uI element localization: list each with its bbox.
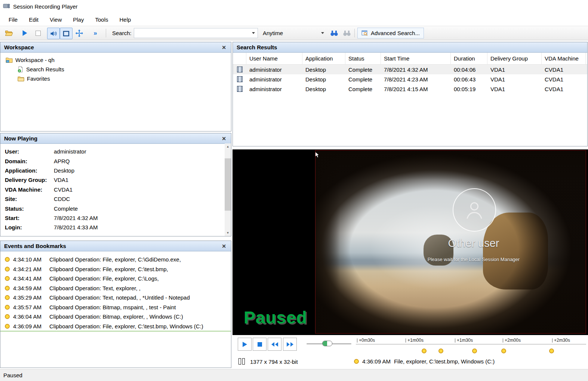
event-text: Clipboard Operation: File, explorer, C:\… [49, 275, 159, 282]
close-icon[interactable]: ✕ [221, 44, 227, 50]
toolbar-play-button[interactable] [19, 28, 31, 38]
event-row[interactable]: 4:34:59 AMClipboard Operation: Text, exp… [0, 284, 231, 293]
cell-start: 7/8/2021 4:32 AM [381, 65, 451, 74]
tree-item-favorites[interactable]: Favorites [0, 74, 231, 83]
field-value: Complete [54, 205, 78, 212]
current-event-time: 4:36:09 AM [362, 358, 391, 365]
close-icon[interactable]: ✕ [221, 243, 227, 249]
now-playing-field: Site:CDDC [0, 194, 225, 204]
event-row[interactable]: 4:34:21 AMClipboard Operation: File, exp… [0, 264, 231, 274]
other-user-label[interactable]: Other user [414, 237, 533, 250]
field-label: Application: [5, 167, 54, 174]
column-header-delivery_group[interactable]: Delivery Group [487, 53, 542, 64]
menu-file[interactable]: File [3, 15, 23, 25]
event-dot-icon [5, 267, 10, 272]
video-frame[interactable]: Other user Please wait for the Local Ses… [315, 150, 586, 334]
session-recording-player-window: Session Recording Player FileEditViewPla… [0, 0, 588, 381]
event-row[interactable]: 4:36:04 AMClipboard Operation: Bitmap, e… [0, 312, 231, 322]
cell-duration: 00:06:43 [451, 74, 487, 84]
event-time: 4:36:09 AM [13, 323, 46, 329]
now-playing-title: Now Playing [4, 135, 37, 142]
field-value: 7/8/2021 4:33 AM [54, 224, 98, 230]
resolution-text: 1377 x 794 x 32-bit [250, 359, 298, 365]
advanced-search-icon [361, 30, 368, 36]
open-file-button[interactable] [3, 28, 15, 38]
scroll-down-button[interactable]: ▼ [225, 230, 231, 236]
events-title: Events and Bookmarks [4, 243, 66, 249]
now-playing-field: Status:Complete [0, 204, 225, 213]
toggle-audio-button[interactable] [47, 28, 60, 39]
field-label: Site: [5, 196, 54, 202]
menu-edit[interactable]: Edit [23, 15, 44, 25]
tree-item-search-results[interactable]: Search Results [0, 65, 231, 74]
search-next-button[interactable] [341, 28, 353, 38]
timeline-event-marker[interactable] [438, 349, 443, 353]
play-button[interactable] [238, 338, 252, 351]
column-header-start[interactable]: Start Time [381, 53, 451, 64]
event-dot-icon [5, 324, 10, 329]
recording-icon-cell [233, 74, 246, 84]
status-bar: Paused [0, 369, 588, 381]
event-row[interactable]: 4:34:41 AMClipboard Operation: File, exp… [0, 274, 231, 284]
toolbar-separator [106, 29, 106, 37]
event-row[interactable]: 4:34:10 AMClipboard Operation: File, exp… [0, 255, 231, 264]
slider-handle[interactable] [322, 341, 332, 346]
timeline-event-marker[interactable] [472, 349, 477, 353]
menu-tools[interactable]: Tools [89, 15, 114, 25]
menu-help[interactable]: Help [114, 15, 137, 25]
fast-forward-button[interactable] [283, 338, 297, 351]
now-playing-field: User:administrator [0, 147, 225, 156]
field-value: administrator [54, 148, 86, 155]
more-buttons-chevron[interactable]: ›› [89, 28, 101, 38]
event-text: Clipboard Operation: Text, notepad, , *U… [49, 294, 190, 301]
timeline-event-marker[interactable] [422, 349, 427, 353]
result-row[interactable]: administratorDesktopComplete7/8/2021 4:2… [233, 74, 587, 84]
timeline-event-marker[interactable] [501, 349, 506, 353]
timeline-mark: +0m30s [357, 338, 375, 343]
time-filter-dropdown[interactable]: Anytime [260, 28, 327, 38]
advanced-search-button[interactable]: Advanced Search... [357, 28, 424, 38]
stop-icon [35, 30, 41, 36]
toolbar-stop-button[interactable] [32, 28, 44, 38]
tree-item-workspace-root[interactable]: Workspace - qh [0, 55, 231, 65]
speed-slider[interactable] [307, 341, 351, 347]
time-filter-value: Anytime [263, 30, 283, 36]
stop-icon [257, 342, 262, 347]
menu-play[interactable]: Play [67, 15, 89, 25]
column-header-vda[interactable]: VDA Machine [542, 53, 586, 64]
scroll-up-button[interactable]: ▲ [225, 143, 231, 150]
menu-bar: FileEditViewPlayToolsHelp [0, 13, 588, 25]
scrollbar-thumb[interactable] [225, 158, 231, 211]
close-icon[interactable]: ✕ [221, 136, 227, 142]
result-row[interactable]: administratorDesktopComplete7/8/2021 4:1… [233, 84, 587, 94]
cursor-pointer-icon [315, 151, 320, 159]
event-row[interactable]: 4:36:09 AMClipboard Operation: File, exp… [0, 322, 231, 332]
timeline-event-marker[interactable] [549, 349, 554, 353]
column-header-duration[interactable]: Duration [451, 53, 487, 64]
rewind-button[interactable] [268, 338, 281, 351]
app-icon [3, 3, 10, 10]
search-input[interactable] [134, 28, 258, 38]
event-row[interactable]: 4:35:57 AMClipboard Operation: Bitmap, m… [0, 303, 231, 312]
result-row[interactable]: administratorDesktopComplete7/8/2021 4:3… [233, 65, 587, 74]
column-header-application[interactable]: Application [302, 53, 345, 64]
timeline-mark: +2m30s [552, 338, 570, 343]
search-button[interactable] [328, 28, 340, 38]
fit-to-window-button[interactable] [60, 28, 73, 39]
open-folder-icon [5, 30, 13, 36]
pan-button[interactable] [73, 28, 85, 38]
column-header-status[interactable]: Status [345, 53, 381, 64]
now-playing-field: VDA Machine:CVDA1 [0, 185, 225, 194]
menu-view[interactable]: View [44, 15, 67, 25]
cell-start: 7/8/2021 4:23 AM [381, 74, 451, 84]
cell-user: administrator [246, 74, 302, 84]
cell-delivery_group: VDA1 [487, 65, 542, 74]
user-avatar[interactable] [453, 188, 496, 232]
player-screen: Other user Please wait for the Local Ses… [233, 149, 588, 335]
events-panel: Events and Bookmarks ✕ 4:34:10 AMClipboa… [0, 241, 231, 368]
now-playing-scrollbar[interactable]: ▲ ▼ [225, 143, 231, 236]
column-header-user[interactable]: User Name [246, 53, 302, 64]
stop-button[interactable] [253, 338, 267, 351]
titlebar: Session Recording Player [0, 0, 588, 13]
event-row[interactable]: 4:35:29 AMClipboard Operation: Text, not… [0, 293, 231, 303]
